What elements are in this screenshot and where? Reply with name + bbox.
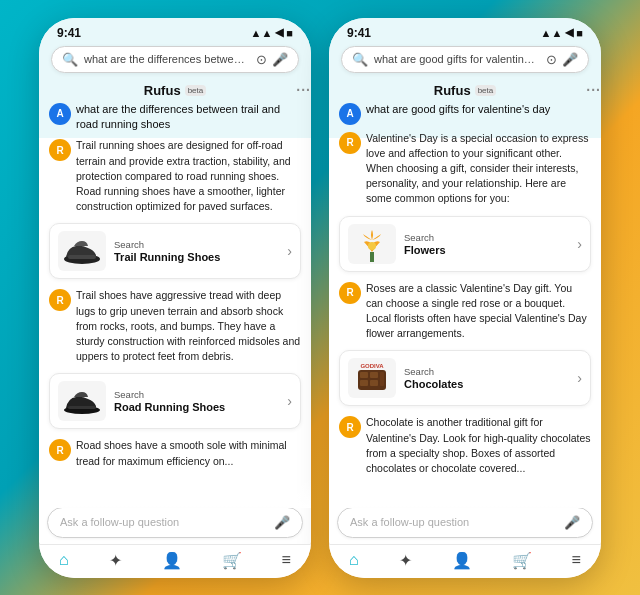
- ai-bubble-3-left: Road shoes have a smooth sole with minim…: [76, 438, 301, 468]
- more-options-right[interactable]: ···: [586, 82, 601, 98]
- card-title-1-left: Trail Running Shoes: [114, 251, 283, 263]
- ai-message-3-left: R Road shoes have a smooth sole with min…: [49, 438, 301, 468]
- svg-rect-8: [370, 372, 378, 378]
- nav-menu-right[interactable]: ≡: [572, 551, 581, 569]
- ai-bubble-1-right: Valentine's Day is a special occasion to…: [366, 131, 591, 207]
- ai-avatar-2-left: R: [49, 289, 71, 311]
- product-image-2-left: [58, 381, 106, 421]
- svg-rect-11: [380, 372, 384, 386]
- followup-input-right[interactable]: Ask a follow-up question 🎤: [337, 507, 593, 538]
- svg-rect-10: [370, 380, 378, 386]
- more-options-left[interactable]: ···: [296, 82, 311, 98]
- card-info-chocolates: Search Chocolates: [396, 366, 573, 390]
- wifi-icon: ◀: [275, 26, 283, 39]
- status-icons-right: ▲▲ ◀ ■: [541, 26, 583, 39]
- card-info-flowers: Search Flowers: [396, 232, 573, 256]
- product-card-chocolates[interactable]: GODIVA Search Chocolates ›: [339, 350, 591, 406]
- ai-message-1-left: R Trail running shoes are designed for o…: [49, 138, 301, 214]
- nav-profile-left[interactable]: 👤: [162, 551, 182, 570]
- user-bubble-text-right: what are good gifts for valentine's day: [366, 102, 550, 117]
- ai-message-2-right: R Roses are a classic Valentine's Day gi…: [339, 281, 591, 342]
- product-card-1-left[interactable]: Search Trail Running Shoes ›: [49, 223, 301, 279]
- deals-icon-left: ✦: [109, 551, 122, 570]
- search-right-icons-left: ⊙ 🎤: [256, 52, 288, 67]
- scroll-fade-right: [329, 478, 601, 508]
- profile-icon-left: 👤: [162, 551, 182, 570]
- ai-avatar-3-right: R: [339, 416, 361, 438]
- svg-rect-3: [68, 406, 96, 409]
- ai-bubble-1-left: Trail running shoes are designed for off…: [76, 138, 301, 214]
- trail-shoe-icon: [60, 233, 104, 269]
- home-icon-left: ⌂: [59, 551, 69, 569]
- scroll-fade-left: [39, 478, 311, 508]
- user-message-right: A what are good gifts for valentine's da…: [339, 102, 591, 125]
- chevron-icon-2-left: ›: [283, 393, 292, 409]
- product-image-flowers: [348, 224, 396, 264]
- cart-icon-left: 🛒: [222, 551, 242, 570]
- card-info-2-left: Search Road Running Shoes: [106, 389, 283, 413]
- card-search-label-chocolates: Search: [404, 366, 573, 377]
- ai-avatar-left: R: [49, 139, 71, 161]
- followup-placeholder-right: Ask a follow-up question: [350, 516, 469, 528]
- mic-followup-icon-left[interactable]: 🎤: [274, 515, 290, 530]
- nav-deals-left[interactable]: ✦: [109, 551, 122, 570]
- svg-text:GODIVA: GODIVA: [360, 363, 384, 369]
- product-card-2-left[interactable]: Search Road Running Shoes ›: [49, 373, 301, 429]
- home-icon-right: ⌂: [349, 551, 359, 569]
- ai-bubble-3-right: Chocolate is another traditional gift fo…: [366, 415, 591, 476]
- chevron-icon-chocolates: ›: [573, 370, 582, 386]
- wifi-icon-right: ◀: [565, 26, 573, 39]
- nav-cart-right[interactable]: 🛒: [512, 551, 532, 570]
- rufus-header-right: Rufus beta ···: [329, 81, 601, 102]
- card-title-flowers: Flowers: [404, 244, 573, 256]
- svg-point-5: [368, 242, 376, 250]
- search-bar-left[interactable]: 🔍 what are the differences between tra..…: [51, 46, 299, 73]
- status-bar-right: 9:41 ▲▲ ◀ ■: [329, 18, 601, 42]
- mic-followup-icon-right[interactable]: 🎤: [564, 515, 580, 530]
- mic-icon-right[interactable]: 🎤: [562, 52, 578, 67]
- followup-placeholder-left: Ask a follow-up question: [60, 516, 179, 528]
- nav-deals-right[interactable]: ✦: [399, 551, 412, 570]
- nav-home-left[interactable]: ⌂: [59, 551, 69, 569]
- beta-badge-left: beta: [185, 85, 207, 96]
- product-image-1-left: [58, 231, 106, 271]
- product-card-flowers[interactable]: Search Flowers ›: [339, 216, 591, 272]
- search-text-left: what are the differences between tra...: [84, 53, 250, 65]
- rufus-header-left: Rufus beta ···: [39, 81, 311, 102]
- nav-menu-left[interactable]: ≡: [282, 551, 291, 569]
- card-search-label-2-left: Search: [114, 389, 283, 400]
- status-bar-left: 9:41 ▲▲ ◀ ■: [39, 18, 311, 42]
- followup-input-left[interactable]: Ask a follow-up question 🎤: [47, 507, 303, 538]
- card-title-2-left: Road Running Shoes: [114, 401, 283, 413]
- beta-badge-right: beta: [475, 85, 497, 96]
- user-avatar-left: A: [49, 103, 71, 125]
- camera-icon-right[interactable]: ⊙: [546, 52, 557, 67]
- svg-rect-4: [370, 252, 374, 262]
- svg-rect-9: [360, 380, 368, 386]
- card-title-chocolates: Chocolates: [404, 378, 573, 390]
- profile-icon-right: 👤: [452, 551, 472, 570]
- phone-left: 9:41 ▲▲ ◀ ■ 🔍 what are the differences b…: [39, 18, 311, 578]
- signal-icon: ▲▲: [251, 27, 273, 39]
- camera-icon-left[interactable]: ⊙: [256, 52, 267, 67]
- search-bar-right[interactable]: 🔍 what are good gifts for valentine's da…: [341, 46, 589, 73]
- search-right-icons-right: ⊙ 🎤: [546, 52, 578, 67]
- cart-icon-right: 🛒: [512, 551, 532, 570]
- mic-icon-left[interactable]: 🎤: [272, 52, 288, 67]
- svg-rect-1: [68, 255, 96, 259]
- nav-profile-right[interactable]: 👤: [452, 551, 472, 570]
- deals-icon-right: ✦: [399, 551, 412, 570]
- status-time-right: 9:41: [347, 26, 371, 40]
- ai-bubble-2-left: Trail shoes have aggressive tread with d…: [76, 288, 301, 364]
- nav-home-right[interactable]: ⌂: [349, 551, 359, 569]
- card-info-1-left: Search Trail Running Shoes: [106, 239, 283, 263]
- bottom-nav-right: ⌂ ✦ 👤 🛒 ≡: [329, 544, 601, 578]
- menu-icon-left: ≡: [282, 551, 291, 569]
- ai-message-3-right: R Chocolate is another traditional gift …: [339, 415, 591, 476]
- chocolates-icon: GODIVA: [350, 358, 394, 398]
- nav-cart-left[interactable]: 🛒: [222, 551, 242, 570]
- chat-area-left: A what are the differences between trail…: [39, 102, 311, 503]
- phone-right: 9:41 ▲▲ ◀ ■ 🔍 what are good gifts for va…: [329, 18, 601, 578]
- battery-icon-right: ■: [576, 27, 583, 39]
- status-icons-left: ▲▲ ◀ ■: [251, 26, 293, 39]
